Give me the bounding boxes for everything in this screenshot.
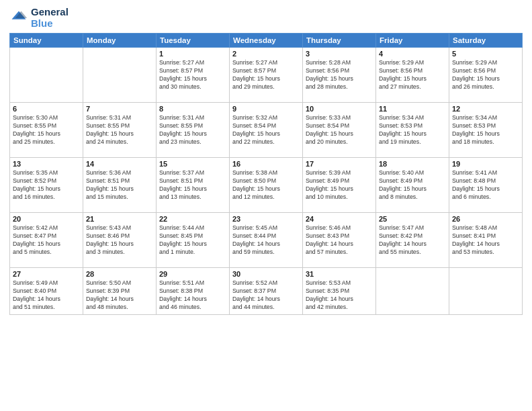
calendar-header-row: SundayMondayTuesdayWednesdayThursdayFrid…: [10, 34, 523, 48]
day-header-friday: Friday: [376, 34, 449, 48]
cell-info: Sunrise: 5:31 AM Sunset: 8:55 PM Dayligh…: [159, 114, 226, 146]
day-number: 12: [452, 105, 519, 113]
day-header-sunday: Sunday: [10, 34, 83, 48]
day-number: 20: [13, 215, 80, 223]
day-number: 7: [86, 105, 153, 113]
cell-info: Sunrise: 5:46 AM Sunset: 8:43 PM Dayligh…: [306, 224, 373, 257]
cell-info: Sunrise: 5:35 AM Sunset: 8:52 PM Dayligh…: [13, 169, 80, 201]
day-header-monday: Monday: [83, 34, 157, 48]
calendar-cell: [449, 268, 523, 315]
logo-text: General Blue: [31, 7, 69, 29]
cell-info: Sunrise: 5:51 AM Sunset: 8:38 PM Dayligh…: [159, 279, 226, 312]
day-number: 1: [159, 50, 226, 58]
day-number: 16: [232, 160, 300, 168]
cell-info: Sunrise: 5:31 AM Sunset: 8:55 PM Dayligh…: [86, 114, 153, 146]
day-number: 23: [232, 215, 300, 223]
day-header-thursday: Thursday: [303, 34, 376, 48]
day-number: 13: [13, 160, 80, 168]
calendar-cell: 25Sunrise: 5:47 AM Sunset: 8:42 PM Dayli…: [376, 213, 449, 268]
day-number: 6: [13, 105, 80, 113]
cell-info: Sunrise: 5:33 AM Sunset: 8:54 PM Dayligh…: [306, 114, 373, 146]
calendar-cell: 4Sunrise: 5:29 AM Sunset: 8:56 PM Daylig…: [376, 48, 449, 103]
cell-info: Sunrise: 5:34 AM Sunset: 8:53 PM Dayligh…: [452, 114, 519, 146]
day-number: 26: [452, 215, 519, 223]
calendar-week-row: 27Sunrise: 5:49 AM Sunset: 8:40 PM Dayli…: [10, 268, 523, 315]
cell-info: Sunrise: 5:30 AM Sunset: 8:55 PM Dayligh…: [13, 114, 80, 146]
cell-info: Sunrise: 5:47 AM Sunset: 8:42 PM Dayligh…: [379, 224, 446, 257]
calendar-cell: [376, 268, 449, 315]
day-number: 5: [452, 50, 519, 58]
day-number: 24: [306, 215, 373, 223]
header: General Blue: [9, 7, 523, 29]
day-number: 9: [232, 105, 300, 113]
logo-icon: [9, 9, 28, 28]
day-number: 18: [379, 160, 446, 168]
cell-info: Sunrise: 5:32 AM Sunset: 8:54 PM Dayligh…: [232, 114, 300, 146]
day-number: 11: [379, 105, 446, 113]
day-header-tuesday: Tuesday: [157, 34, 230, 48]
day-number: 15: [159, 160, 226, 168]
cell-info: Sunrise: 5:39 AM Sunset: 8:49 PM Dayligh…: [306, 169, 373, 201]
calendar-cell: 6Sunrise: 5:30 AM Sunset: 8:55 PM Daylig…: [10, 103, 83, 158]
cell-info: Sunrise: 5:37 AM Sunset: 8:51 PM Dayligh…: [159, 169, 226, 201]
cell-info: Sunrise: 5:53 AM Sunset: 8:35 PM Dayligh…: [306, 279, 373, 312]
calendar-cell: 11Sunrise: 5:34 AM Sunset: 8:53 PM Dayli…: [376, 103, 449, 158]
day-number: 31: [306, 270, 373, 278]
calendar-cell: 30Sunrise: 5:52 AM Sunset: 8:37 PM Dayli…: [230, 268, 303, 315]
cell-info: Sunrise: 5:52 AM Sunset: 8:37 PM Dayligh…: [232, 279, 300, 312]
cell-info: Sunrise: 5:29 AM Sunset: 8:56 PM Dayligh…: [379, 59, 446, 91]
calendar-cell: 31Sunrise: 5:53 AM Sunset: 8:35 PM Dayli…: [303, 268, 376, 315]
calendar-cell: 23Sunrise: 5:45 AM Sunset: 8:44 PM Dayli…: [230, 213, 303, 268]
cell-info: Sunrise: 5:49 AM Sunset: 8:40 PM Dayligh…: [13, 279, 80, 312]
calendar-cell: 21Sunrise: 5:43 AM Sunset: 8:46 PM Dayli…: [83, 213, 157, 268]
day-number: 25: [379, 215, 446, 223]
cell-info: Sunrise: 5:43 AM Sunset: 8:46 PM Dayligh…: [86, 224, 153, 257]
cell-info: Sunrise: 5:29 AM Sunset: 8:56 PM Dayligh…: [452, 59, 519, 91]
cell-info: Sunrise: 5:41 AM Sunset: 8:48 PM Dayligh…: [452, 169, 519, 201]
day-number: 10: [306, 105, 373, 113]
calendar-cell: 3Sunrise: 5:28 AM Sunset: 8:56 PM Daylig…: [303, 48, 376, 103]
calendar-cell: 17Sunrise: 5:39 AM Sunset: 8:49 PM Dayli…: [303, 158, 376, 213]
calendar-cell: 9Sunrise: 5:32 AM Sunset: 8:54 PM Daylig…: [230, 103, 303, 158]
day-number: 28: [86, 270, 153, 278]
day-number: 14: [86, 160, 153, 168]
cell-info: Sunrise: 5:42 AM Sunset: 8:47 PM Dayligh…: [13, 224, 80, 257]
calendar-cell: 10Sunrise: 5:33 AM Sunset: 8:54 PM Dayli…: [303, 103, 376, 158]
calendar-cell: 19Sunrise: 5:41 AM Sunset: 8:48 PM Dayli…: [449, 158, 523, 213]
calendar-cell: 7Sunrise: 5:31 AM Sunset: 8:55 PM Daylig…: [83, 103, 157, 158]
cell-info: Sunrise: 5:48 AM Sunset: 8:41 PM Dayligh…: [452, 224, 519, 257]
day-number: 27: [13, 270, 80, 278]
calendar-cell: 26Sunrise: 5:48 AM Sunset: 8:41 PM Dayli…: [449, 213, 523, 268]
day-header-saturday: Saturday: [449, 34, 523, 48]
calendar-table: SundayMondayTuesdayWednesdayThursdayFrid…: [9, 33, 523, 315]
day-number: 22: [159, 215, 226, 223]
calendar-cell: [83, 48, 157, 103]
calendar-cell: 1Sunrise: 5:27 AM Sunset: 8:57 PM Daylig…: [157, 48, 230, 103]
calendar-cell: 27Sunrise: 5:49 AM Sunset: 8:40 PM Dayli…: [10, 268, 83, 315]
calendar-cell: 8Sunrise: 5:31 AM Sunset: 8:55 PM Daylig…: [157, 103, 230, 158]
calendar-cell: 12Sunrise: 5:34 AM Sunset: 8:53 PM Dayli…: [449, 103, 523, 158]
calendar-cell: 16Sunrise: 5:38 AM Sunset: 8:50 PM Dayli…: [230, 158, 303, 213]
calendar-week-row: 6Sunrise: 5:30 AM Sunset: 8:55 PM Daylig…: [10, 103, 523, 158]
cell-info: Sunrise: 5:27 AM Sunset: 8:57 PM Dayligh…: [232, 59, 300, 91]
cell-info: Sunrise: 5:34 AM Sunset: 8:53 PM Dayligh…: [379, 114, 446, 146]
calendar-week-row: 1Sunrise: 5:27 AM Sunset: 8:57 PM Daylig…: [10, 48, 523, 103]
cell-info: Sunrise: 5:44 AM Sunset: 8:45 PM Dayligh…: [159, 224, 226, 257]
calendar-cell: 28Sunrise: 5:50 AM Sunset: 8:39 PM Dayli…: [83, 268, 157, 315]
day-header-wednesday: Wednesday: [230, 34, 303, 48]
day-number: 2: [232, 50, 300, 58]
cell-info: Sunrise: 5:40 AM Sunset: 8:49 PM Dayligh…: [379, 169, 446, 201]
calendar-week-row: 13Sunrise: 5:35 AM Sunset: 8:52 PM Dayli…: [10, 158, 523, 213]
cell-info: Sunrise: 5:36 AM Sunset: 8:51 PM Dayligh…: [86, 169, 153, 201]
calendar-cell: 29Sunrise: 5:51 AM Sunset: 8:38 PM Dayli…: [157, 268, 230, 315]
cell-info: Sunrise: 5:50 AM Sunset: 8:39 PM Dayligh…: [86, 279, 153, 312]
calendar-cell: 14Sunrise: 5:36 AM Sunset: 8:51 PM Dayli…: [83, 158, 157, 213]
day-number: 19: [452, 160, 519, 168]
calendar-cell: 15Sunrise: 5:37 AM Sunset: 8:51 PM Dayli…: [157, 158, 230, 213]
calendar-cell: 18Sunrise: 5:40 AM Sunset: 8:49 PM Dayli…: [376, 158, 449, 213]
page: General Blue SundayMondayTuesdayWednesda…: [0, 0, 532, 411]
calendar-cell: [10, 48, 83, 103]
day-number: 4: [379, 50, 446, 58]
day-number: 21: [86, 215, 153, 223]
cell-info: Sunrise: 5:28 AM Sunset: 8:56 PM Dayligh…: [306, 59, 373, 91]
